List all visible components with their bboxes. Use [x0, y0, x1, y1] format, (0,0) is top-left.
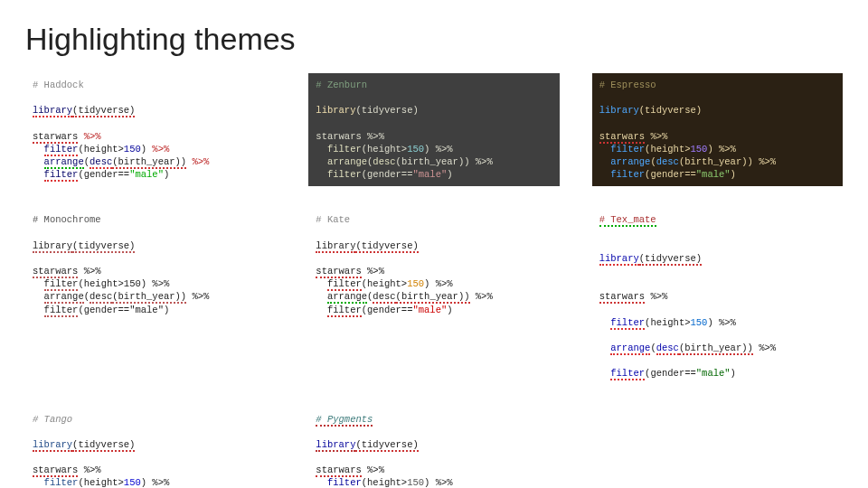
comment: # Haddock: [33, 80, 84, 90]
filter-fn: filter: [44, 144, 79, 156]
lib-call: library: [316, 240, 355, 253]
num: 150: [691, 317, 708, 328]
lib-arg: (tidyverse): [355, 240, 418, 253]
str: "male": [412, 169, 447, 180]
comment: # Monochrome: [33, 214, 101, 225]
arg: (height>: [645, 317, 690, 328]
num: 150: [407, 144, 424, 155]
close: ): [447, 305, 452, 315]
pipe: %>%: [429, 477, 452, 488]
filter-fn: filter: [44, 477, 79, 488]
pipe: %>%: [362, 131, 384, 142]
num: 150: [124, 144, 141, 155]
pipe: %>%: [429, 144, 452, 155]
lib-call: library: [316, 105, 355, 116]
pipe: %>%: [645, 291, 667, 302]
close: ): [447, 169, 452, 180]
arg: (height>: [78, 278, 123, 289]
arg: (gender==: [362, 305, 413, 315]
desc-fn: desc: [373, 156, 395, 167]
arg: (gender==: [645, 169, 696, 180]
comment: # Tango: [33, 414, 72, 425]
themes-grid: # Haddock library(tidyverse) starwars %>…: [25, 73, 843, 488]
arrange-fn: arrange: [327, 291, 367, 304]
pipe: %>%: [753, 156, 776, 167]
pipe: %>%: [186, 156, 209, 167]
birth: (birth_year)): [679, 343, 753, 355]
birth: (birth_year)): [112, 291, 186, 304]
code-espresso: # Espresso library(tidyverse) starwars %…: [592, 73, 843, 186]
pipe: %>%: [645, 131, 667, 142]
arrange-fn: arrange: [44, 291, 84, 304]
desc-fn: desc: [373, 291, 395, 304]
obj: starwars: [33, 465, 78, 477]
comment: # Pygments: [316, 414, 373, 427]
close: ): [731, 368, 736, 379]
code-texmate: # Tex_mate library(tidyverse) starwars %…: [592, 208, 843, 385]
obj: starwars: [316, 131, 361, 142]
lib-arg: (tidyverse): [639, 105, 702, 116]
pipe: %>%: [78, 131, 100, 142]
lib-call: library: [33, 105, 72, 117]
pipe: %>%: [470, 156, 493, 167]
close: ): [164, 305, 169, 315]
arrange-fn: arrange: [327, 156, 367, 167]
arg: (height>: [362, 477, 407, 488]
birth: (birth_year)): [679, 156, 753, 167]
pipe: %>%: [362, 266, 384, 277]
arg: (height>: [645, 144, 690, 155]
filter-fn: filter: [44, 169, 79, 182]
desc-fn: desc: [90, 291, 112, 304]
arg: (gender==: [78, 169, 129, 180]
lib-arg: (tidyverse): [355, 439, 418, 452]
code-pygments: # Pygments library(tidyverse) starwars %…: [308, 408, 559, 488]
filter-fn: filter: [610, 144, 645, 155]
birth: (birth_year)): [396, 291, 470, 304]
str: "male": [129, 305, 164, 315]
pipe: %>%: [78, 266, 100, 277]
open: (: [650, 343, 656, 353]
obj: starwars: [316, 266, 361, 278]
pipe: %>%: [146, 477, 169, 488]
pipe: %>%: [429, 278, 452, 289]
lib-call: library: [599, 253, 639, 266]
code-zenburn: # Zenburn library(tidyverse) starwars %>…: [308, 73, 559, 186]
filter-fn: filter: [327, 305, 362, 317]
birth: (birth_year)): [396, 156, 470, 167]
close: ): [164, 169, 169, 180]
arg: (height>: [78, 144, 123, 155]
filter-fn: filter: [327, 144, 362, 155]
obj: starwars: [599, 131, 645, 144]
filter-fn: filter: [610, 317, 645, 330]
pipe: %>%: [713, 144, 736, 155]
desc-fn: desc: [656, 156, 679, 167]
desc-fn: desc: [90, 156, 112, 169]
arrange-fn: arrange: [610, 343, 650, 355]
filter-fn: filter: [44, 305, 79, 317]
pipe: %>%: [146, 278, 169, 289]
code-haddock: # Haddock library(tidyverse) starwars %>…: [25, 73, 276, 186]
arrange-fn: arrange: [610, 156, 650, 167]
pipe: %>%: [362, 465, 384, 475]
lib-arg: (tidyverse): [355, 105, 418, 116]
lib-call: library: [599, 105, 639, 116]
pipe: %>%: [713, 317, 736, 328]
pipe: %>%: [186, 291, 209, 302]
code-monochrome: # Monochrome library(tidyverse) starwars…: [25, 208, 276, 385]
obj: starwars: [316, 465, 361, 477]
obj: starwars: [599, 291, 645, 304]
str: "male": [696, 169, 731, 180]
comment: # Kate: [316, 214, 350, 225]
str: "male": [696, 368, 731, 379]
filter-fn: filter: [610, 169, 645, 180]
pipe: %>%: [146, 144, 169, 155]
arrange-fn: arrange: [44, 156, 84, 169]
pipe: %>%: [753, 343, 776, 353]
filter-fn: filter: [327, 169, 362, 180]
arg: (height>: [362, 144, 407, 155]
obj: starwars: [33, 266, 78, 278]
filter-fn: filter: [327, 278, 362, 291]
arg: (gender==: [78, 305, 129, 315]
num: 150: [124, 278, 141, 289]
comment: # Espresso: [599, 80, 656, 90]
